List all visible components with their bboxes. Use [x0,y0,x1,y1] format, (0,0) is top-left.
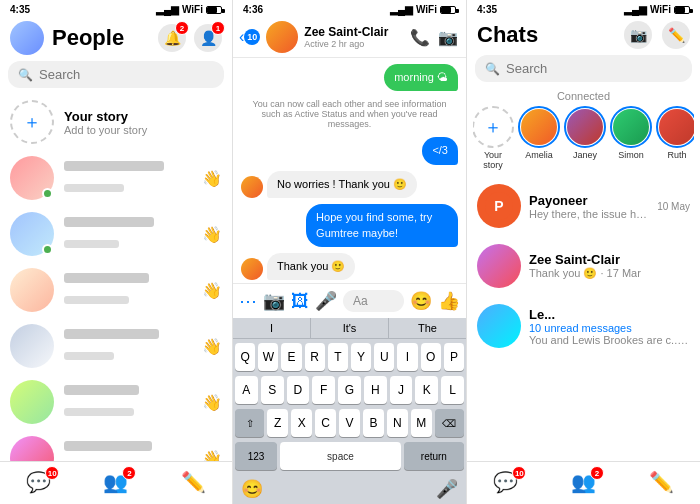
key-123[interactable]: 123 [235,442,277,470]
emoji-keyboard-icon[interactable]: 😊 [241,478,263,500]
story-simon[interactable]: Simon [611,106,651,160]
chat-list-item-lewis[interactable]: Le... 10 unread messages You and Lewis B… [467,296,700,356]
story-name-amelia: Amelia [525,150,553,160]
chat-list-item-zee[interactable]: Zee Saint-Clair Thank you 🙂 · 17 Mar [467,236,700,296]
chat-list-info-lewis: Le... 10 unread messages You and Lewis B… [529,307,690,346]
key-j[interactable]: J [390,376,413,404]
story-amelia[interactable]: Amelia [519,106,559,160]
msg-avatar [241,176,263,198]
wave-icon[interactable]: 👋 [202,337,222,356]
list-item[interactable]: 👋 [0,150,232,206]
nav-chat[interactable]: 💬 10 [26,470,51,494]
key-s[interactable]: S [261,376,284,404]
suggestion-its[interactable]: It's [311,318,389,338]
people-header: People 🔔 2 👤 1 [0,17,232,61]
list-item[interactable]: 👋 [0,374,232,430]
key-c[interactable]: C [315,409,336,437]
nav-chats-people[interactable]: 👥 2 [571,470,596,494]
like-icon[interactable]: 👍 [438,290,460,312]
key-return[interactable]: return [404,442,464,470]
story-av [521,109,557,145]
key-x[interactable]: X [291,409,312,437]
key-t[interactable]: T [328,343,348,371]
key-k[interactable]: K [415,376,438,404]
compose-icon-chats: ✏️ [649,470,674,494]
key-r[interactable]: R [305,343,325,371]
compose-chats-button[interactable]: ✏️ [662,21,690,49]
signal-icon-chat: ▂▄▆ [390,4,413,15]
chat-list-item-payoneer[interactable]: P Payoneer Hey there, the issue here is … [467,176,700,236]
nav-compose[interactable]: ✏️ [181,470,206,494]
list-item[interactable]: 👋 [0,262,232,318]
key-v[interactable]: V [339,409,360,437]
wave-icon[interactable]: 👋 [202,393,222,412]
search-input[interactable] [39,67,214,82]
key-shift[interactable]: ⇧ [235,409,264,437]
battery-icon-chat [440,6,456,14]
search-icon: 🔍 [18,68,33,82]
key-a[interactable]: A [235,376,258,404]
nav-chats-chat[interactable]: 💬 10 [493,470,518,494]
story-janey[interactable]: Janey [565,106,605,160]
nav-people[interactable]: 👥 2 [103,470,128,494]
wave-icon[interactable]: 👋 [202,225,222,244]
notification-button[interactable]: 🔔 2 [158,24,186,52]
key-g[interactable]: G [338,376,361,404]
key-z[interactable]: Z [267,409,288,437]
mic-keyboard-icon[interactable]: 🎤 [436,478,458,500]
camera-button[interactable]: 📷 [624,21,652,49]
phone-button[interactable]: 📞 [410,28,430,47]
chat-actions: 📞 📷 [410,28,458,47]
chats-search-input[interactable] [506,61,674,76]
payoneer-logo-icon: P [485,192,513,220]
back-button[interactable]: ‹ 10 [239,28,260,46]
add-story-circle[interactable]: ＋ [473,106,514,148]
suggestion-the[interactable]: The [389,318,466,338]
key-h[interactable]: H [364,376,387,404]
story-add[interactable]: ＋ Your story [473,106,513,170]
wave-icon[interactable]: 👋 [202,281,222,300]
message-input[interactable]: Aa [343,290,404,312]
people-add-button[interactable]: 👤 1 [194,24,222,52]
photo-icon[interactable]: 🖼 [291,291,309,312]
list-item[interactable]: 👋 [0,430,232,461]
user-avatar[interactable] [10,21,44,55]
key-delete[interactable]: ⌫ [435,409,464,437]
wave-icon[interactable]: 👋 [202,169,222,188]
emoji-icon[interactable]: 😊 [410,290,432,312]
key-q[interactable]: Q [235,343,255,371]
video-button[interactable]: 📷 [438,28,458,47]
list-item[interactable]: 👋 [0,206,232,262]
camera-icon[interactable]: 📷 [263,290,285,312]
panel-people: 4:35 ▂▄▆ WiFi People 🔔 2 👤 1 🔍 ＋ [0,0,233,504]
chats-search-bar[interactable]: 🔍 [475,55,692,82]
suggestion-i[interactable]: I [233,318,311,338]
add-story-button[interactable]: ＋ [10,100,54,144]
contact-info: Zee Saint-Clair Active 2 hr ago [304,25,404,49]
key-l[interactable]: L [441,376,464,404]
apps-icon[interactable]: ⋯ [239,290,257,312]
key-i[interactable]: I [397,343,417,371]
key-m[interactable]: M [411,409,432,437]
key-y[interactable]: Y [351,343,371,371]
key-e[interactable]: E [281,343,301,371]
key-n[interactable]: N [387,409,408,437]
list-item[interactable]: 👋 [0,318,232,374]
people-search-bar[interactable]: 🔍 [8,61,224,88]
key-w[interactable]: W [258,343,278,371]
story-avatar-wrap [564,106,606,148]
key-d[interactable]: D [287,376,310,404]
nav-chats-compose[interactable]: ✏️ [649,470,674,494]
key-u[interactable]: U [374,343,394,371]
wave-icon[interactable]: 👋 [202,449,222,462]
chat-toolbar: ⋯ 📷 🖼 🎤 Aa 😊 👍 [233,283,466,318]
key-p[interactable]: P [444,343,464,371]
your-story-row[interactable]: ＋ Your story Add to your story [0,94,232,150]
key-space[interactable]: space [280,442,401,470]
key-o[interactable]: O [421,343,441,371]
key-f[interactable]: F [312,376,335,404]
key-b[interactable]: B [363,409,384,437]
mic-icon[interactable]: 🎤 [315,290,337,312]
status-time-chat: 4:36 [243,4,263,15]
story-ruth[interactable]: Ruth [657,106,694,160]
